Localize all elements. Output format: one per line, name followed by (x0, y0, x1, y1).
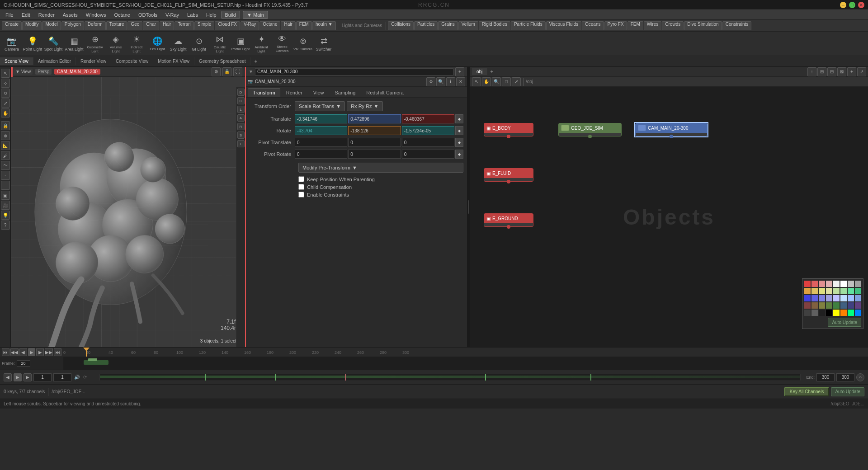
enable-constraints-checkbox[interactable] (298, 192, 304, 197)
swatch-lt-gray[interactable] (848, 281, 854, 287)
auto-update-button[interactable]: Auto Update (831, 387, 864, 396)
rotate-keyframe-btn[interactable]: ◆ (455, 126, 463, 135)
shelf-vr-camera[interactable]: ⊚ VR Camera (293, 33, 313, 55)
tool-snap[interactable]: 🔒 (1, 121, 10, 130)
pivot-rotate-btn[interactable]: ◆ (455, 150, 463, 159)
swatch-pale-blue[interactable] (855, 295, 861, 301)
keep-position-label[interactable]: Keep Position When Parenting (307, 177, 375, 182)
tl-fps-input[interactable] (33, 373, 52, 381)
tab-redshift[interactable]: Redshift Camera (361, 88, 409, 97)
menu-vray[interactable]: V-Ray (162, 11, 183, 19)
vp-rt-render[interactable]: R (237, 123, 245, 130)
vp-lock[interactable]: 🔒 (222, 67, 231, 76)
shelf-tab-vray[interactable]: V-Ray (241, 21, 259, 30)
tab-crowds[interactable]: Crowds (662, 21, 684, 30)
swatch-lt-green[interactable] (833, 288, 840, 294)
swatch-lt-lavender[interactable] (833, 295, 840, 301)
build-button[interactable]: Build (221, 11, 240, 19)
persp-label[interactable]: Persp (35, 69, 52, 75)
tl-skip-start[interactable]: ⏮ (2, 348, 9, 356)
menu-octane[interactable]: Octane (110, 11, 133, 19)
shelf-tab-texture[interactable]: Texture (106, 21, 127, 30)
workspace-main[interactable]: ▼ Main (243, 11, 268, 19)
tab-composite-view[interactable]: Composite View (111, 57, 153, 65)
shelf-ambient-light[interactable]: ✦ Ambient Light (251, 33, 271, 55)
tab-scene-view[interactable]: Scene View (0, 57, 33, 65)
menu-assets[interactable]: Assets (59, 11, 81, 19)
swatch-olive[interactable] (819, 302, 825, 309)
node-e-ground[interactable]: ▣ E_GROUND (484, 213, 533, 227)
node-tool-select[interactable]: ↖ (472, 77, 481, 86)
pivot-ry[interactable]: 0 (348, 150, 401, 159)
tl-end-frame-input[interactable] (816, 373, 835, 381)
shelf-tab-fem[interactable]: FEM (296, 21, 312, 30)
tl-prev-key[interactable]: ◀◀ (10, 348, 19, 356)
swatch-baby-blue[interactable] (840, 295, 847, 301)
shelf-tab-deform[interactable]: Deform (85, 21, 106, 30)
swatch-yellow[interactable] (819, 288, 825, 294)
tl-play-btn[interactable]: ▶ (14, 373, 22, 381)
swatch-orange[interactable] (804, 288, 811, 294)
node-canvas[interactable]: Objects ▣ E_BODY ▣ E_FLUID (470, 87, 868, 347)
tab-motion-fx-view[interactable]: Motion FX View (153, 57, 194, 65)
tool-align[interactable]: ⊕ (1, 131, 10, 140)
swatch-blue[interactable] (804, 295, 811, 301)
shelf-tab-create[interactable]: Create (2, 21, 22, 30)
minimize-button[interactable]: ─ (840, 2, 846, 8)
tool-handle[interactable]: ✋ (1, 108, 10, 118)
enable-constraints-label[interactable]: Enable Constraints (307, 192, 349, 197)
swatch-periwinkle[interactable] (819, 295, 825, 301)
swatch-red[interactable] (804, 281, 811, 287)
tl-skip-end[interactable]: ⏭ (54, 348, 61, 356)
tl-step-fwd[interactable]: ▶ (36, 348, 44, 356)
shelf-point-light[interactable]: 💡 Point Light (23, 33, 42, 55)
props-search-btn[interactable]: 🔍 (436, 77, 445, 86)
node-tab-add[interactable]: + (490, 69, 493, 75)
node-header-btn5[interactable]: + (847, 67, 856, 76)
swatch-light-pink[interactable] (826, 281, 832, 287)
pivot-rx[interactable]: 0 (295, 150, 347, 159)
node-cam-main[interactable]: CAM_MAIN_20-300 (635, 123, 708, 136)
node-header-btn6[interactable]: ↗ (857, 67, 866, 76)
keep-position-checkbox[interactable] (298, 176, 304, 182)
tab-dive-simulation[interactable]: Dive Simulation (684, 21, 722, 30)
swatch-salmon[interactable] (811, 281, 818, 287)
shelf-tab-modify[interactable]: Modify (22, 21, 42, 30)
shelf-geo-lens[interactable]: ⊕ Geometry Lent (85, 33, 105, 55)
shelf-tab-cloudfx[interactable]: Cloud FX (215, 21, 240, 30)
swatch-pink[interactable] (819, 281, 825, 287)
pivot-tx[interactable]: 0 (295, 138, 347, 147)
tab-view[interactable]: View (308, 88, 329, 97)
tab-animation-editor[interactable]: Animation Editor (33, 57, 76, 65)
vp-rt-info[interactable]: I (237, 140, 245, 147)
shelf-sky-light[interactable]: ☁ Sky Light (168, 33, 188, 55)
pivot-ty[interactable]: 0 (348, 138, 401, 147)
tl-circle-btn[interactable]: ○ (856, 373, 864, 381)
timeline-tracks[interactable]: Frame: (0, 357, 868, 370)
vp-rt-snap[interactable]: S (237, 132, 245, 139)
tab-collisions[interactable]: Collisions (388, 21, 414, 30)
shelf-tab-polygon[interactable]: Polygon (61, 21, 84, 30)
node-tool-move[interactable]: ✋ (482, 77, 491, 86)
tl-step-back[interactable]: ◀ (19, 348, 27, 356)
menu-labs[interactable]: Labs (184, 11, 202, 19)
swatch-brown[interactable] (811, 302, 818, 309)
shelf-area-light[interactable]: ▦ Area Light (64, 33, 84, 55)
swatch-lavender[interactable] (826, 295, 832, 301)
props-settings-btn[interactable]: ⚙ (426, 77, 435, 86)
swatch-near-white[interactable] (833, 281, 840, 287)
swatch-bright-green[interactable] (848, 310, 854, 316)
tl-step-input[interactable] (53, 373, 71, 381)
tool-points[interactable]: · (1, 171, 10, 180)
shelf-tab-hair[interactable]: Hair (160, 21, 174, 30)
swatch-bright-blue[interactable] (855, 310, 861, 316)
tool-edges[interactable]: — (1, 181, 10, 190)
pivot-translate-btn[interactable]: ◆ (455, 138, 463, 147)
shelf-tab-octane[interactable]: Octane (259, 21, 280, 30)
tool-rotate[interactable]: ↻ (1, 89, 10, 98)
tool-camera-move[interactable]: 🎥 (1, 201, 10, 210)
tab-particles[interactable]: Particles (414, 21, 438, 30)
vp-fullscreen[interactable]: ⛶ (233, 67, 242, 76)
swatch-bright-yellow[interactable] (833, 310, 840, 316)
tab-grains[interactable]: Grains (438, 21, 458, 30)
